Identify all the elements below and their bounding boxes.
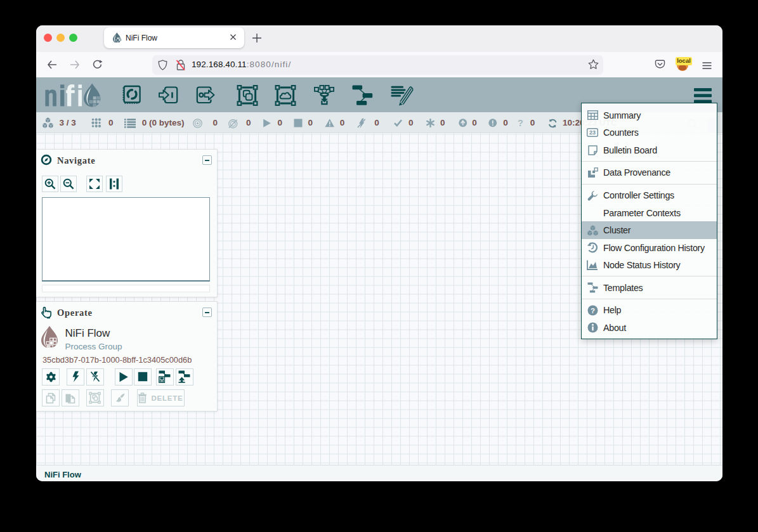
svg-text:?: ? [590,306,594,314]
svg-text:23: 23 [589,130,596,136]
